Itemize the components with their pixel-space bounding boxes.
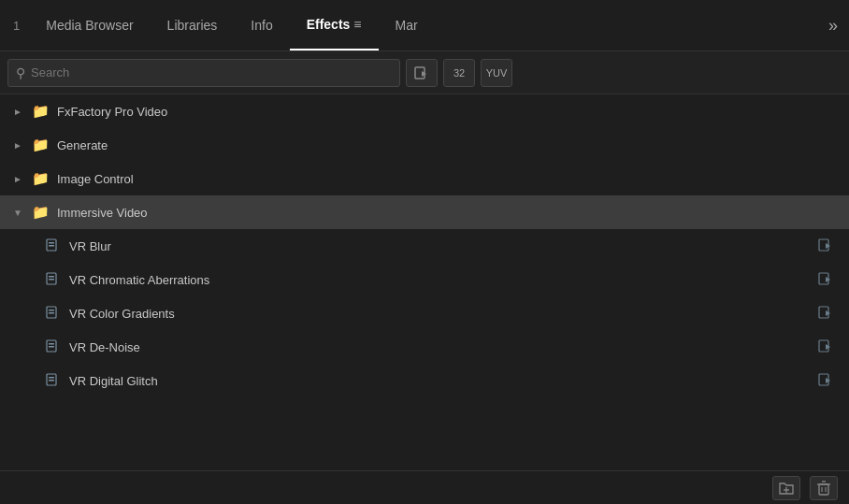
effect-badge-vr-color-gradients [817, 304, 834, 324]
folder-generate[interactable]: ► 📁 Generate [0, 128, 849, 162]
svg-rect-29 [819, 484, 828, 495]
svg-rect-9 [49, 279, 54, 281]
search-input[interactable] [31, 65, 392, 79]
svg-rect-4 [49, 245, 54, 247]
nav-item-panel-number[interactable]: 1 [4, 0, 29, 50]
svg-rect-23 [49, 377, 54, 379]
chevron-immersive-video: ▼ [11, 208, 24, 218]
effects-panel[interactable]: ► 📁 FxFactory Pro Video ► 📁 Generate ► 📁… [0, 94, 849, 504]
nav-item-effects[interactable]: Effects ≡ [290, 0, 379, 50]
top-nav: 1 Media Browser Libraries Info Effects ≡… [0, 0, 849, 51]
effect-label-vr-denoise: VR De-Noise [69, 340, 810, 354]
folder-icon-image-control: 📁 [32, 170, 50, 187]
nav-item-markers[interactable]: Mar [379, 0, 435, 50]
folder-image-control[interactable]: ► 📁 Image Control [0, 162, 849, 195]
svg-rect-3 [49, 242, 54, 244]
nav-item-media-browser[interactable]: Media Browser [29, 0, 150, 50]
effect-label-vr-chromatic: VR Chromatic Aberrations [69, 273, 810, 287]
chevron-fxfactory: ► [11, 107, 24, 117]
delete-icon [815, 480, 832, 497]
folder-label-generate: Generate [57, 138, 108, 152]
effect-vr-digital-glitch[interactable]: VR Digital Glitch [0, 364, 849, 397]
effect-label-vr-color-gradients: VR Color Gradients [69, 307, 810, 321]
effects-menu-icon[interactable]: ≡ [353, 17, 361, 32]
search-icon: ⚲ [16, 65, 25, 80]
content-area: ► 📁 FxFactory Pro Video ► 📁 Generate ► 📁… [0, 94, 849, 504]
svg-rect-24 [49, 380, 54, 382]
effect-icon-vr-denoise [45, 338, 62, 357]
folder-icon-immersive-video: 📁 [32, 204, 50, 221]
accelerate-btn[interactable] [406, 59, 438, 87]
svg-rect-8 [49, 276, 54, 278]
effect-badge-vr-blur [817, 237, 834, 256]
svg-rect-13 [49, 310, 54, 311]
effect-vr-blur[interactable]: VR Blur [0, 229, 849, 263]
nav-item-libraries[interactable]: Libraries [151, 0, 235, 50]
effect-vr-chromatic[interactable]: VR Chromatic Aberrations [0, 263, 849, 296]
folder-label-immersive-video: Immersive Video [57, 206, 148, 220]
folder-immersive-video[interactable]: ▼ 📁 Immersive Video [0, 195, 849, 229]
nav-overflow-btn[interactable]: » [821, 16, 845, 36]
effect-label-vr-blur: VR Blur [69, 239, 810, 253]
effect-label-vr-digital-glitch: VR Digital Glitch [69, 374, 810, 388]
folder-label-fxfactory: FxFactory Pro Video [57, 105, 167, 119]
effects-tab-label: Effects [307, 17, 351, 32]
effect-icon-vr-color-gradients [45, 304, 62, 324]
new-folder-btn[interactable] [772, 476, 800, 500]
effect-vr-denoise[interactable]: VR De-Noise [0, 330, 849, 364]
search-box[interactable]: ⚲ [7, 59, 400, 87]
toolbar: ⚲ 32 YUV [0, 51, 849, 94]
folder-icon-fxfactory: 📁 [32, 103, 50, 120]
new-folder-icon [778, 480, 795, 497]
btn-yuv[interactable]: YUV [481, 59, 512, 87]
chevron-generate: ► [11, 140, 24, 151]
effect-badge-vr-denoise [817, 338, 834, 357]
btn-32[interactable]: 32 [443, 59, 475, 87]
bottom-bar [0, 470, 849, 504]
folder-label-image-control: Image Control [57, 172, 134, 186]
effect-icon-vr-blur [45, 237, 62, 256]
btn-yuv-label: YUV [486, 67, 508, 79]
effect-badge-vr-chromatic [817, 270, 834, 290]
svg-rect-18 [49, 343, 54, 345]
effect-icon-vr-digital-glitch [45, 371, 62, 391]
svg-rect-19 [49, 346, 54, 348]
svg-rect-14 [49, 312, 54, 314]
delete-btn[interactable] [810, 476, 838, 500]
effect-badge-vr-digital-glitch [817, 371, 834, 391]
folder-fxfactory[interactable]: ► 📁 FxFactory Pro Video [0, 94, 849, 128]
chevron-image-control: ► [11, 174, 24, 184]
accelerate-icon [413, 65, 430, 81]
folder-icon-generate: 📁 [32, 137, 50, 153]
effect-vr-color-gradients[interactable]: VR Color Gradients [0, 296, 849, 330]
effect-icon-vr-chromatic [45, 270, 62, 290]
btn-32-label: 32 [453, 67, 465, 79]
nav-item-info[interactable]: Info [234, 0, 289, 50]
